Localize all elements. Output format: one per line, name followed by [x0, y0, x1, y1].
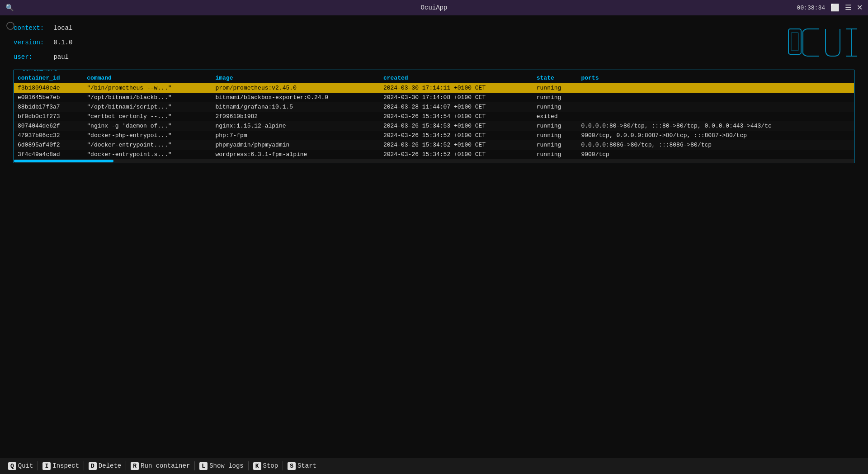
- titlebar-title: OcuiApp: [421, 4, 448, 11]
- toolbar-label: Start: [297, 462, 316, 469]
- cell-command: "/docker-entrypoint....": [83, 140, 212, 150]
- toolbar-item-delete[interactable]: DDelete: [84, 458, 126, 474]
- toolbar-item-show-logs[interactable]: LShow logs: [195, 458, 248, 474]
- toolbar-key: K: [253, 462, 261, 470]
- table-row[interactable]: bf0db0c1f273 "certbot certonly --..." 2f…: [14, 112, 854, 121]
- version-row: version: 0.1.0: [14, 39, 854, 46]
- cell-ports: [577, 102, 854, 112]
- toolbar-label: Show logs: [209, 462, 244, 469]
- cell-container-id: bf0db0c1f273: [14, 112, 83, 121]
- cell-ports: [577, 93, 854, 102]
- toolbar-label: Stop: [263, 462, 278, 469]
- containers-section: containers container_id command image cr…: [14, 70, 854, 163]
- cell-command: "docker-entrypoint.s...": [83, 150, 212, 159]
- cell-state: exited: [533, 112, 578, 121]
- toolbar-item-start[interactable]: SStart: [283, 458, 321, 474]
- cell-created: 2024-03-26 15:34:52 +0100 CET: [380, 140, 533, 150]
- cell-state: running: [533, 83, 578, 93]
- col-container-id: container_id: [14, 73, 83, 83]
- toolbar-label: Run container: [141, 462, 190, 469]
- containers-table: container_id command image created state…: [14, 73, 854, 159]
- cell-created: 2024-03-26 15:34:52 +0100 CET: [380, 131, 533, 140]
- table-row[interactable]: 88b1db17f3a7 "/opt/bitnami/script..." bi…: [14, 102, 854, 112]
- user-value: paul: [53, 53, 69, 61]
- cell-image: 2f09610b1982: [212, 112, 380, 121]
- cell-state: running: [533, 131, 578, 140]
- cell-created: 2024-03-30 17:14:11 +0100 CET: [380, 83, 533, 93]
- scrollbar-thumb[interactable]: [14, 160, 113, 162]
- version-label: version:: [14, 39, 50, 46]
- cell-created: 2024-03-30 17:14:08 +0100 CET: [380, 93, 533, 102]
- col-state: state: [533, 73, 578, 83]
- cell-image: bitnami/blackbox-exporter:0.24.0: [212, 93, 380, 102]
- cell-ports: 9000/tcp, 0.0.0.0:8087->80/tcp, :::8087-…: [577, 131, 854, 140]
- cell-created: 2024-03-26 15:34:53 +0100 CET: [380, 121, 533, 131]
- context-value: local: [53, 24, 72, 32]
- col-ports: ports: [577, 73, 854, 83]
- cell-command: "/opt/bitnami/blackb...": [83, 93, 212, 102]
- cell-image: php:7-fpm: [212, 131, 380, 140]
- cell-state: running: [533, 140, 578, 150]
- cell-container-id: 47937b06cc32: [14, 131, 83, 140]
- table-row[interactable]: 8074044de62f "nginx -g 'daemon of..." ng…: [14, 121, 854, 131]
- cell-state: running: [533, 93, 578, 102]
- clock: 00:38:34: [797, 5, 825, 11]
- cell-ports: [577, 83, 854, 93]
- cell-command: "nginx -g 'daemon of...": [83, 121, 212, 131]
- table-row[interactable]: 6d0895af40f2 "/docker-entrypoint...." ph…: [14, 140, 854, 150]
- toolbar-key: Q: [8, 462, 16, 470]
- titlebar: 🔍 OcuiApp 00:38:34 ⬜ ☰ ✕: [0, 0, 868, 15]
- toolbar-item-inspect[interactable]: IInspect: [38, 458, 84, 474]
- toolbar-item-run-container[interactable]: RRun container: [126, 458, 194, 474]
- cell-image: wordpress:6.3.1-fpm-alpine: [212, 150, 380, 159]
- cell-created: 2024-03-26 15:34:54 +0100 CET: [380, 112, 533, 121]
- titlebar-right: 00:38:34 ⬜ ☰ ✕: [797, 4, 863, 11]
- table-header-row: container_id command image created state…: [14, 73, 854, 83]
- cell-command: "/bin/prometheus --w...": [83, 83, 212, 93]
- cell-state: running: [533, 150, 578, 159]
- cell-ports: [577, 112, 854, 121]
- maximize-button[interactable]: ⬜: [830, 4, 840, 11]
- col-command: command: [83, 73, 212, 83]
- containers-label: containers: [19, 70, 60, 72]
- toolbar-label: Quit: [18, 462, 33, 469]
- cell-container-id: f3b180940e4e: [14, 83, 83, 93]
- search-icon[interactable]: 🔍: [5, 4, 14, 12]
- cell-container-id: 8074044de62f: [14, 121, 83, 131]
- table-row[interactable]: f3b180940e4e "/bin/prometheus --w..." pr…: [14, 83, 854, 93]
- menu-button[interactable]: ☰: [845, 4, 851, 11]
- svg-rect-2: [791, 33, 798, 51]
- user-row: user: paul: [14, 53, 854, 61]
- cell-state: running: [533, 121, 578, 131]
- cell-created: 2024-03-26 15:34:52 +0100 CET: [380, 150, 533, 159]
- context-label: context:: [14, 24, 50, 32]
- cell-command: "/opt/bitnami/script...": [83, 102, 212, 112]
- cell-image: nginx:1.15.12-alpine: [212, 121, 380, 131]
- cell-image: bitnami/grafana:10.1.5: [212, 102, 380, 112]
- toolbar-item-stop[interactable]: KStop: [249, 458, 283, 474]
- cell-container-id: e001645be7eb: [14, 93, 83, 102]
- cell-command: "certbot certonly --...": [83, 112, 212, 121]
- close-button[interactable]: ✕: [857, 4, 863, 11]
- toolbar-item-quit[interactable]: QQuit: [4, 458, 38, 474]
- context-row: context: local: [14, 24, 854, 32]
- horizontal-scrollbar[interactable]: [14, 159, 854, 163]
- toolbar: QQuitIInspectDDeleteRRun containerLShow …: [0, 458, 868, 474]
- user-label: user:: [14, 53, 50, 61]
- col-image: image: [212, 73, 380, 83]
- cell-command: "docker-php-entrypoi...": [83, 131, 212, 140]
- toolbar-key: L: [199, 462, 208, 470]
- cell-ports: 9000/tcp: [577, 150, 854, 159]
- titlebar-left: 🔍: [5, 4, 14, 12]
- toolbar-key: S: [288, 462, 296, 470]
- toolbar-key: D: [89, 462, 97, 470]
- cell-created: 2024-03-28 11:44:07 +0100 CET: [380, 102, 533, 112]
- table-row[interactable]: 3f4c49a4c8ad "docker-entrypoint.s..." wo…: [14, 150, 854, 159]
- table-row[interactable]: 47937b06cc32 "docker-php-entrypoi..." ph…: [14, 131, 854, 140]
- cell-container-id: 6d0895af40f2: [14, 140, 83, 150]
- toolbar-label: Delete: [99, 462, 121, 469]
- cell-ports: 0.0.0.0:80->80/tcp, :::80->80/tcp, 0.0.0…: [577, 121, 854, 131]
- table-row[interactable]: e001645be7eb "/opt/bitnami/blackb..." bi…: [14, 93, 854, 102]
- cell-image: phpmyadmin/phpmyadmin: [212, 140, 380, 150]
- info-section: context: local version: 0.1.0 user: paul: [14, 24, 854, 61]
